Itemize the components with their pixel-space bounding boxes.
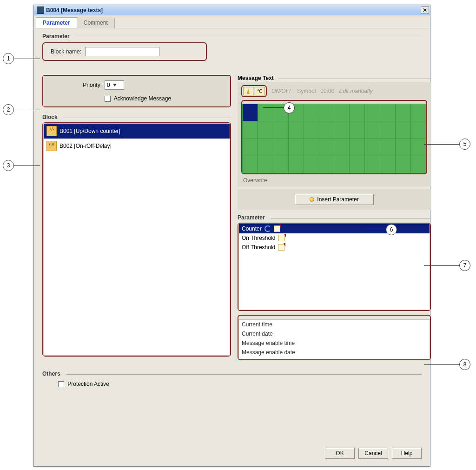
parameter-list-item[interactable]: Counter: [239, 224, 430, 233]
parameter-list-item[interactable]: On Threshold: [239, 233, 430, 243]
grid-cell[interactable]: [380, 104, 395, 121]
extra-list-item[interactable]: Message enable time: [239, 338, 430, 348]
grid-cell[interactable]: [243, 104, 258, 121]
tab-parameter[interactable]: Parameter: [36, 17, 77, 28]
tab-comment[interactable]: Comment: [77, 18, 115, 28]
grid-cell[interactable]: [380, 156, 395, 173]
grid-cell[interactable]: [289, 139, 304, 156]
grid-cell[interactable]: [289, 156, 304, 173]
block-list[interactable]: +/- B001 [Up/Down counter] ЛЛ B002 [On-/…: [43, 123, 230, 356]
message-text-panel: °C ON/OFF Symbol 00:00 Edit manually: [238, 82, 431, 186]
annot-extralist: Current time Current date Message enable…: [238, 315, 431, 360]
grid-cell[interactable]: [243, 121, 258, 138]
grid-cell[interactable]: [304, 104, 319, 121]
refresh-icon: [264, 225, 271, 232]
parameter-list-item[interactable]: Off Threshold: [239, 243, 430, 252]
disabled-hint: ON/OFF: [271, 88, 292, 94]
annot-toolbar: °C: [241, 85, 267, 97]
grid-cell[interactable]: [350, 156, 364, 173]
grid-cell[interactable]: [396, 139, 410, 156]
left-column: Priority: 0 Acknowledge Message: [42, 75, 231, 360]
extra-list-item[interactable]: Current date: [239, 329, 430, 338]
grid-cell[interactable]: [319, 121, 334, 138]
grid-cell[interactable]: [396, 121, 410, 138]
grid-cell[interactable]: [258, 121, 273, 138]
insert-parameter-button[interactable]: Insert Parameter: [295, 194, 374, 205]
protection-checkbox[interactable]: [58, 381, 64, 387]
titlebar[interactable]: B004 [Message texts] ✕: [34, 5, 430, 15]
callout-7: 7: [459, 260, 470, 271]
grid-cell[interactable]: [243, 139, 258, 156]
help-button[interactable]: Help: [392, 448, 422, 459]
grid-cell[interactable]: [350, 139, 364, 156]
grid-cell[interactable]: [334, 104, 349, 121]
priority-label: Priority:: [51, 82, 102, 88]
grid-cell[interactable]: [380, 121, 395, 138]
parameter-list[interactable]: Counter On Threshold Off Threshold: [238, 224, 430, 310]
grid-cell[interactable]: [396, 104, 410, 121]
grid-cell[interactable]: [258, 104, 273, 121]
extra-item-label: Current date: [242, 331, 273, 337]
grid-cell[interactable]: [334, 139, 349, 156]
message-grid[interactable]: [242, 104, 426, 173]
grid-cell[interactable]: [243, 156, 258, 173]
parameter-heading-rule: [75, 37, 422, 37]
callout-7-label: 7: [463, 262, 467, 269]
grid-cell[interactable]: [304, 156, 319, 173]
leader-3: [14, 165, 40, 166]
grid-cell[interactable]: [350, 121, 364, 138]
grid-cell[interactable]: [411, 121, 426, 138]
grid-cell[interactable]: [334, 156, 349, 173]
pencil-icon: [278, 235, 285, 241]
grid-cell[interactable]: [258, 156, 273, 173]
leader-2: [14, 110, 40, 110]
callout-3: 3: [3, 160, 14, 171]
block-list-item[interactable]: ЛЛ B002 [On-/Off-Delay]: [44, 139, 230, 153]
help-label: Help: [401, 450, 413, 457]
block-list-item[interactable]: +/- B001 [Up/Down counter]: [44, 124, 230, 139]
callout-6: 6: [386, 224, 397, 235]
priority-select[interactable]: 0: [105, 80, 124, 90]
acknowledge-checkbox[interactable]: [105, 96, 111, 102]
app-icon: [37, 7, 44, 14]
toolbar-delete-button[interactable]: [243, 87, 253, 95]
ok-button[interactable]: OK: [325, 448, 355, 459]
extra-list-item[interactable]: Current time: [239, 320, 430, 329]
annot-blockname: Block name:: [42, 42, 207, 61]
grid-cell[interactable]: [365, 139, 380, 156]
grid-cell[interactable]: [319, 104, 334, 121]
grid-cell[interactable]: [411, 104, 426, 121]
extra-list-item[interactable]: Message enable date: [239, 348, 430, 357]
grid-cell[interactable]: [319, 139, 334, 156]
cancel-button[interactable]: Cancel: [358, 448, 388, 459]
tab-parameter-label: Parameter: [43, 20, 70, 26]
leader-6: [364, 230, 386, 230]
grid-cell[interactable]: [304, 121, 319, 138]
grid-cell[interactable]: [273, 121, 288, 138]
grid-cell[interactable]: [365, 104, 380, 121]
grid-cell[interactable]: [273, 156, 288, 173]
grid-cell[interactable]: [304, 139, 319, 156]
close-button[interactable]: ✕: [421, 7, 429, 14]
extra-list[interactable]: Current time Current date Message enable…: [238, 319, 430, 359]
grid-cell[interactable]: [350, 104, 364, 121]
svg-marker-0: [247, 88, 250, 94]
grid-cell[interactable]: [319, 156, 334, 173]
grid-cell[interactable]: [411, 139, 426, 156]
acknowledge-label: Acknowledge Message: [114, 95, 171, 102]
grid-cell[interactable]: [365, 121, 380, 138]
grid-cell[interactable]: [380, 139, 395, 156]
grid-cell[interactable]: [365, 156, 380, 173]
pencil-icon: [278, 244, 284, 251]
grid-cell[interactable]: [396, 156, 410, 173]
grid-cell[interactable]: [334, 121, 349, 138]
grid-cell[interactable]: [258, 139, 273, 156]
grid-cell[interactable]: [289, 121, 304, 138]
grid-cell[interactable]: [273, 139, 288, 156]
others-heading: Others: [42, 371, 422, 377]
toolbar-degc-button[interactable]: °C: [255, 87, 265, 95]
block-name-input[interactable]: [85, 47, 159, 56]
parameter-section-heading: Parameter: [42, 33, 422, 40]
ok-label: OK: [336, 450, 344, 457]
grid-cell[interactable]: [411, 156, 426, 173]
